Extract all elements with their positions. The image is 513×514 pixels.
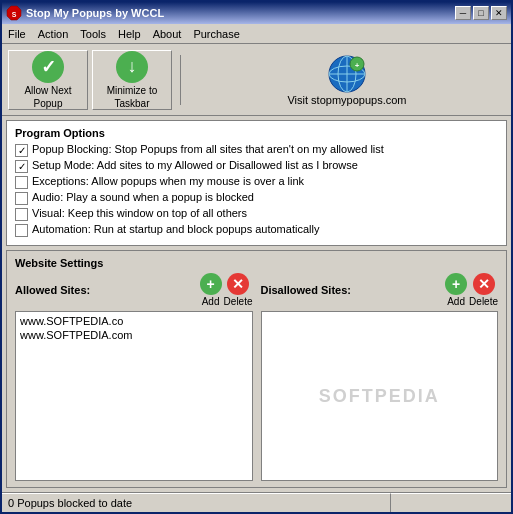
checkbox-3[interactable] xyxy=(15,192,28,205)
checkmark-icon: ✓ xyxy=(32,51,64,83)
visit-website-label: Visit stopmypopups.com xyxy=(287,94,406,106)
allow-next-popup-button[interactable]: ✓ Allow Next Popup xyxy=(8,50,88,110)
visit-website-button[interactable]: + Visit stopmypopups.com xyxy=(189,54,505,106)
menubar: File Action Tools Help About Purchase xyxy=(2,24,511,44)
menu-help[interactable]: Help xyxy=(112,26,147,42)
status-right xyxy=(391,493,511,512)
disallowed-sites-header: Disallowed Sites: + Add ✕ Delete xyxy=(261,273,499,307)
allow-next-line1: Allow Next xyxy=(24,85,71,96)
allowed-delete-button[interactable]: ✕ Delete xyxy=(224,273,253,307)
disallowed-sites-list[interactable]: SOFTPEDIA xyxy=(261,311,499,481)
maximize-button[interactable]: □ xyxy=(473,6,489,20)
allowed-site-item-0[interactable]: www.SOFTPEDIA.co xyxy=(18,314,250,328)
title-bar-left: S Stop My Popups by WCCL xyxy=(6,5,164,21)
option-label-5: Automation: Run at startup and block pop… xyxy=(32,223,319,235)
allowed-add-button[interactable]: + Add xyxy=(200,273,222,307)
add-label-allowed: Add xyxy=(202,296,220,307)
minimize-line2: Taskbar xyxy=(114,98,149,109)
sites-container: Allowed Sites: + Add ✕ Delete xyxy=(15,273,498,481)
disallowed-add-button[interactable]: + Add xyxy=(445,273,467,307)
close-button[interactable]: ✕ xyxy=(491,6,507,20)
checkbox-2[interactable] xyxy=(15,176,28,189)
website-settings-title: Website Settings xyxy=(15,257,498,269)
menu-purchase[interactable]: Purchase xyxy=(187,26,245,42)
checkbox-0[interactable] xyxy=(15,144,28,157)
main-content: Program Options Popup Blocking: Stop Pop… xyxy=(2,116,511,492)
disallowed-sites-col: Disallowed Sites: + Add ✕ Delete xyxy=(261,273,499,481)
option-row-0: Popup Blocking: Stop Popups from all sit… xyxy=(15,143,498,157)
allowed-site-item-1[interactable]: www.SOFTPEDIA.com xyxy=(18,328,250,342)
title-bar: S Stop My Popups by WCCL ─ □ ✕ xyxy=(2,2,511,24)
checkbox-1[interactable] xyxy=(15,160,28,173)
option-label-1: Setup Mode: Add sites to my Allowed or D… xyxy=(32,159,358,171)
option-row-5: Automation: Run at startup and block pop… xyxy=(15,223,498,237)
menu-file[interactable]: File xyxy=(2,26,32,42)
minimize-button[interactable]: ─ xyxy=(455,6,471,20)
delete-label-disallowed: Delete xyxy=(469,296,498,307)
option-label-0: Popup Blocking: Stop Popups from all sit… xyxy=(32,143,384,155)
status-left: 0 Popups blocked to date xyxy=(2,493,391,512)
allowed-sites-list[interactable]: www.SOFTPEDIA.cowww.SOFTPEDIA.com xyxy=(15,311,253,481)
svg-text:+: + xyxy=(355,61,360,70)
statusbar: 0 Popups blocked to date xyxy=(2,492,511,512)
minimize-taskbar-button[interactable]: ↓ Minimize to Taskbar xyxy=(92,50,172,110)
allowed-sites-col: Allowed Sites: + Add ✕ Delete xyxy=(15,273,253,481)
allowed-sites-header: Allowed Sites: + Add ✕ Delete xyxy=(15,273,253,307)
menu-tools[interactable]: Tools xyxy=(74,26,112,42)
globe-icon: + xyxy=(327,54,367,94)
menu-about[interactable]: About xyxy=(147,26,188,42)
option-row-1: Setup Mode: Add sites to my Allowed or D… xyxy=(15,159,498,173)
disallowed-sites-buttons: + Add ✕ Delete xyxy=(445,273,498,307)
allowed-sites-buttons: + Add ✕ Delete xyxy=(200,273,253,307)
toolbar: ✓ Allow Next Popup ↓ Minimize to Taskbar… xyxy=(2,44,511,116)
minimize-icon: ↓ xyxy=(116,51,148,83)
add-green-icon: + xyxy=(200,273,222,295)
menu-action[interactable]: Action xyxy=(32,26,75,42)
option-label-4: Visual: Keep this window on top of all o… xyxy=(32,207,247,219)
option-row-4: Visual: Keep this window on top of all o… xyxy=(15,207,498,221)
allowed-sites-label: Allowed Sites: xyxy=(15,284,90,296)
delete-red-icon-dis: ✕ xyxy=(473,273,495,295)
program-options-section: Program Options Popup Blocking: Stop Pop… xyxy=(6,120,507,246)
minimize-line1: Minimize to xyxy=(107,85,158,96)
delete-red-icon: ✕ xyxy=(227,273,249,295)
option-label-3: Audio: Play a sound when a popup is bloc… xyxy=(32,191,254,203)
watermark-text: SOFTPEDIA xyxy=(319,386,440,407)
options-list: Popup Blocking: Stop Popups from all sit… xyxy=(15,143,498,237)
checkbox-4[interactable] xyxy=(15,208,28,221)
add-label-disallowed: Add xyxy=(447,296,465,307)
title-controls: ─ □ ✕ xyxy=(455,6,507,20)
main-window: S Stop My Popups by WCCL ─ □ ✕ File Acti… xyxy=(0,0,513,514)
option-row-2: Exceptions: Allow popups when my mouse i… xyxy=(15,175,498,189)
delete-label-allowed: Delete xyxy=(224,296,253,307)
disallowed-sites-label: Disallowed Sites: xyxy=(261,284,351,296)
toolbar-divider xyxy=(180,55,181,105)
program-options-title: Program Options xyxy=(15,127,498,139)
app-icon: S xyxy=(6,5,22,21)
window-title: Stop My Popups by WCCL xyxy=(26,7,164,19)
option-row-3: Audio: Play a sound when a popup is bloc… xyxy=(15,191,498,205)
allow-next-line2: Popup xyxy=(34,98,63,109)
disallowed-delete-button[interactable]: ✕ Delete xyxy=(469,273,498,307)
checkbox-5[interactable] xyxy=(15,224,28,237)
add-green-icon-dis: + xyxy=(445,273,467,295)
option-label-2: Exceptions: Allow popups when my mouse i… xyxy=(32,175,304,187)
website-settings-section: Website Settings Allowed Sites: + Add ✕ xyxy=(6,250,507,488)
svg-text:S: S xyxy=(12,11,17,18)
